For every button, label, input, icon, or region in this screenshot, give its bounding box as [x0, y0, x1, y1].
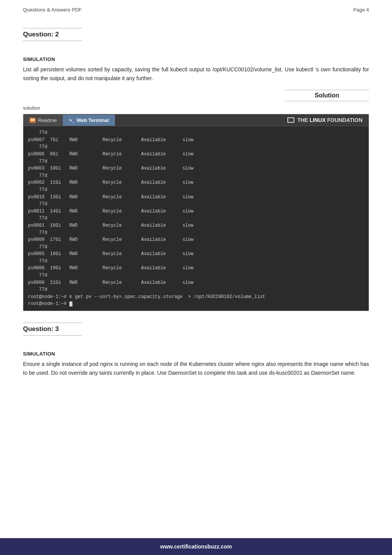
solution-title: Solution: [315, 92, 339, 99]
simulation-label-3: SIMULATION: [23, 351, 369, 357]
solution-header-row: Solution: [23, 90, 369, 101]
terminal-icon: >_: [69, 117, 75, 123]
question-3-title-box: Question: 3: [23, 323, 82, 336]
terminal-tabs: Readme >_ Web Terminal THE LINUX FOUNDAT…: [23, 114, 369, 126]
footer-url: www.certificationsbuzz.com: [160, 543, 232, 550]
question-3-title: Question: 3: [23, 325, 59, 333]
question-3-body: Ensure a single instance of pod nginx is…: [23, 360, 369, 377]
page-footer: www.certificationsbuzz.com: [0, 538, 392, 555]
question-3-block: Question: 3 SIMULATION Ensure a single i…: [23, 323, 369, 377]
header-right: Page 4: [353, 7, 369, 13]
tl-square-icon: [287, 117, 294, 123]
tab-terminal-label: Web Terminal: [77, 117, 109, 123]
foundation-text: THE LINUX FOUNDATION: [297, 117, 362, 123]
solution-title-box: Solution: [285, 90, 369, 101]
readme-icon: [30, 118, 36, 123]
question-2-block: Question: 2 SIMULATION List all persiste…: [23, 28, 369, 311]
question-2-title: Question: 2: [23, 31, 59, 38]
header-left: Questions & Answers PDF: [23, 7, 82, 13]
tab-readme-label: Readme: [38, 117, 57, 123]
tab-readme[interactable]: Readme: [23, 115, 63, 126]
terminal-body[interactable]: 77dpv0007 7Gi RWO Recycle Available slow…: [23, 126, 369, 311]
solution-label: solution: [23, 105, 369, 111]
simulation-label-2: SIMULATION: [23, 56, 369, 62]
terminal-wrapper: Readme >_ Web Terminal THE LINUX FOUNDAT…: [23, 114, 369, 311]
question-2-body: List all persistent volumes sorted by ca…: [23, 65, 369, 83]
page-header: Questions & Answers PDF Page 4: [0, 0, 392, 16]
linux-foundation-logo: THE LINUX FOUNDATION: [281, 114, 369, 126]
question-2-title-box: Question: 2: [23, 28, 82, 41]
tab-web-terminal[interactable]: >_ Web Terminal: [63, 115, 115, 126]
